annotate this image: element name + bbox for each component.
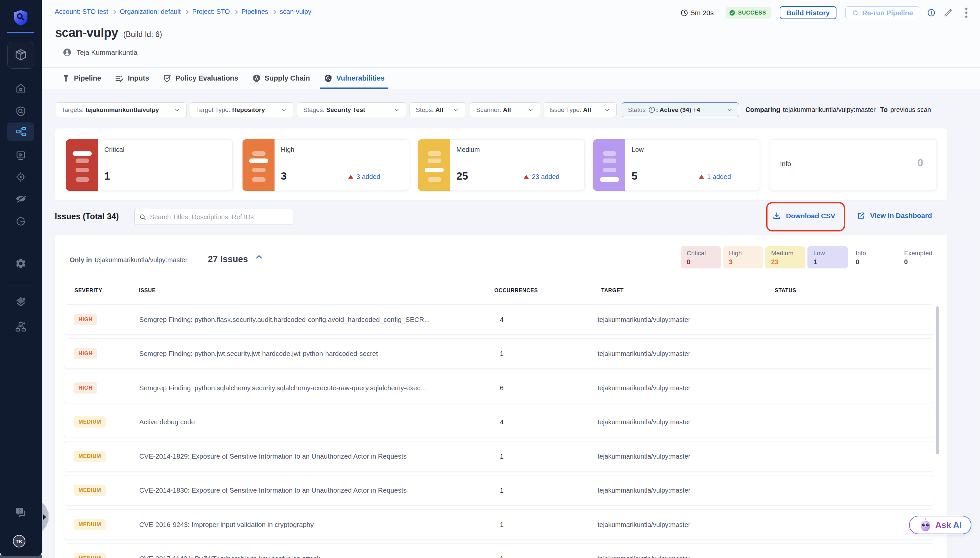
search-icon [139, 213, 146, 221]
breadcrumb-pipelines[interactable]: Pipelines [242, 8, 268, 15]
sidebar-item-module-selector[interactable] [7, 42, 34, 69]
triangle-up-icon [699, 175, 704, 179]
sidebar-item-baselines[interactable] [7, 212, 34, 230]
ask-ai-button[interactable]: Ask AI [909, 516, 972, 534]
severity-badge: HIGH [74, 314, 97, 325]
col-target: TARGET [601, 287, 623, 294]
issue-row[interactable]: HIGH Semgrep Finding: python.sqlalchemy.… [64, 373, 934, 403]
severity-summary-panel: Critical 1 High 3 3 added Medium 25 23 a… [55, 128, 947, 200]
chevron-right-icon [234, 10, 238, 14]
module-active-underline [7, 32, 34, 33]
search-input[interactable] [150, 213, 288, 221]
issue-row[interactable]: MEDIUM CVE-2017-11424: PyJWT vulnerable … [64, 543, 934, 558]
chevron-up-icon[interactable] [255, 253, 263, 261]
filter-targets[interactable]: Targets: tejakummarikuntla/vulpy [55, 102, 187, 117]
download-csv-button[interactable]: Download CSV [772, 212, 835, 220]
filter-target-type[interactable]: Target Type: Repository [190, 102, 293, 117]
filter-status[interactable]: Status : Active (34) +4 [622, 102, 739, 117]
issue-row[interactable]: HIGH Semgrep Finding: python.flask.secur… [64, 304, 934, 335]
sidebar-item-organization[interactable] [7, 318, 34, 336]
sidebar-item-environments[interactable] [7, 293, 34, 312]
sidebar-item-help[interactable]: ? [7, 503, 34, 522]
person-icon [63, 48, 71, 56]
sidebar-item-settings[interactable] [7, 254, 34, 273]
gear-icon [15, 258, 27, 269]
sidebar-item-exemptions[interactable] [7, 190, 34, 208]
breadcrumb-account[interactable]: Account: STO test [55, 8, 108, 15]
chip-medium: Medium23 [765, 246, 805, 268]
tab-bar: Pipeline Inputs Policy Evaluations [42, 67, 980, 89]
user-avatar[interactable]: TK [13, 535, 25, 547]
issue-row[interactable]: MEDIUM CVE-2016-9243: Improper input val… [64, 509, 934, 540]
breadcrumb-organization[interactable]: Organization: default [120, 8, 181, 15]
refresh-icon [852, 9, 859, 16]
sidebar-item-executions[interactable] [7, 146, 34, 165]
harness-sto-logo-icon[interactable] [13, 10, 28, 27]
info-icon[interactable] [927, 8, 936, 17]
sidebar-divider [8, 286, 34, 286]
col-severity: SEVERITY [75, 287, 102, 294]
sidebar: ? TK [0, 0, 42, 556]
rerun-pipeline-button[interactable]: Re-run Pipeline [845, 6, 919, 19]
card-low[interactable]: Low 5 1 added [593, 140, 760, 190]
issue-target: tejakummarikuntla/vulpy:master [597, 316, 690, 323]
view-in-dashboard-link[interactable]: View in Dashboard [857, 211, 932, 220]
tab-vulnerabilities[interactable]: Vulnerabilities [324, 68, 384, 89]
issue-row[interactable]: MEDIUM CVE-2014-1829: Exposure of Sensit… [64, 441, 934, 471]
sidebar-item-pipelines[interactable] [7, 123, 34, 141]
card-critical[interactable]: Critical 1 [65, 140, 232, 190]
vulnerabilities-tab-icon [324, 74, 333, 83]
more-options-kebab-icon[interactable] [965, 8, 967, 18]
severity-badge: MEDIUM [74, 553, 106, 558]
filter-stages[interactable]: Stages: Security Test [297, 102, 406, 117]
chip-critical: Critical0 [681, 246, 721, 268]
issues-search[interactable] [134, 209, 293, 225]
severity-badge: HIGH [74, 382, 97, 394]
occurrence-count: 4 [500, 316, 504, 323]
chip-info: Info0 [850, 246, 890, 268]
tab-policy-evaluations[interactable]: Policy Evaluations [163, 68, 238, 89]
card-medium[interactable]: Medium 25 23 added [418, 140, 585, 190]
clock-icon [681, 9, 688, 17]
group-target: tejakummarikuntla/vulpy:master [95, 256, 187, 264]
card-high[interactable]: High 3 3 added [242, 140, 409, 190]
chevron-down-icon [174, 107, 180, 113]
card-info[interactable]: Info 0 [770, 140, 937, 190]
chevron-down-icon [604, 107, 610, 113]
chevron-down-icon [527, 107, 534, 113]
chip-divider [894, 248, 894, 267]
issue-row[interactable]: MEDIUM CVE-2014-1830: Exposure of Sensit… [64, 475, 934, 505]
sidebar-item-test-targets[interactable] [7, 168, 34, 186]
chip-exempted: Exempted0 [898, 246, 938, 268]
issue-row[interactable]: MEDIUM Active debug code 4 tejakummariku… [64, 407, 934, 437]
org-chart-gear-icon [15, 321, 27, 333]
filter-steps[interactable]: Steps: All [409, 102, 465, 117]
sidebar-item-overview[interactable] [7, 102, 34, 120]
tab-pipeline[interactable]: Pipeline [62, 68, 101, 89]
filter-scanner[interactable]: Scanner: All [470, 102, 540, 117]
breadcrumb-current[interactable]: scan-vulpy [280, 8, 311, 15]
external-link-icon [857, 211, 865, 220]
col-occurrences: OCCURRENCES [494, 287, 538, 294]
chevron-right-icon [185, 10, 189, 14]
filter-issue-type[interactable]: Issue Type: All [543, 102, 617, 117]
occurrence-count: 1 [500, 453, 504, 460]
issue-target: tejakummarikuntla/vulpy:master [597, 384, 690, 392]
issue-title: CVE-2016-9243: Improper input validation… [139, 521, 314, 528]
issue-row[interactable]: HIGH Semgrep Finding: python.jwt.securit… [64, 338, 934, 369]
vertical-scrollbar-thumb[interactable] [936, 307, 939, 454]
expand-arrow-icon [43, 514, 46, 520]
occurrence-count: 1 [500, 521, 504, 528]
tab-supply-chain[interactable]: Supply Chain [252, 68, 310, 89]
tab-inputs[interactable]: Inputs [115, 68, 149, 89]
sidebar-item-home[interactable] [7, 79, 34, 97]
issues-total-title: Issues (Total 34) [55, 212, 119, 221]
edit-pencil-icon[interactable] [943, 8, 952, 18]
issue-target: tejakummarikuntla/vulpy:master [597, 453, 690, 460]
occurrence-count: 1 [500, 555, 504, 558]
info-circle-icon [648, 106, 655, 113]
build-history-button[interactable]: Build History [780, 6, 836, 19]
eye-off-icon [15, 193, 27, 205]
issues-group-header[interactable]: Only in tejakummarikuntla/vulpy:master 2… [70, 254, 263, 264]
breadcrumb-project[interactable]: Project: STO [192, 8, 230, 15]
